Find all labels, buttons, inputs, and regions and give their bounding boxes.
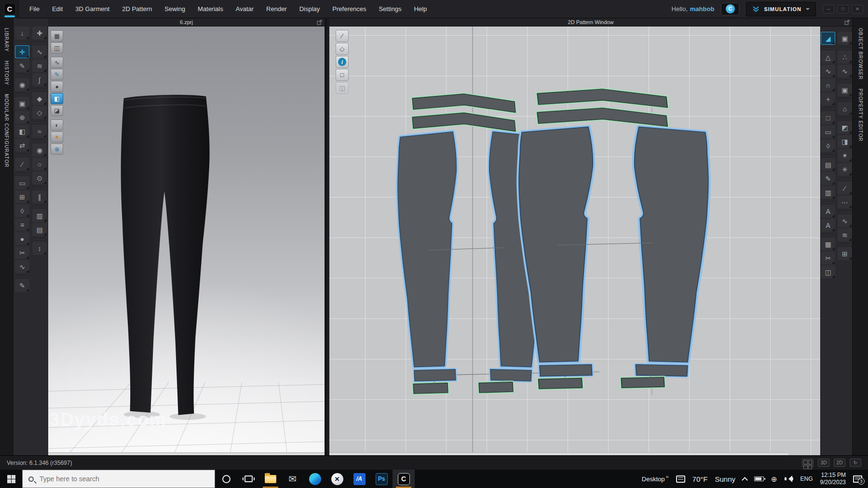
measure-segment-tool[interactable]: ∕ [838, 182, 852, 195]
buttonhole-tool[interactable]: ○ [32, 158, 47, 171]
segment-sewing-2d-tool[interactable]: ∿ [838, 65, 852, 78]
menu-materials[interactable]: Materials [191, 0, 230, 18]
show-base-pattern-toggle[interactable]: ◫ [336, 82, 349, 94]
clo3d-taskbar-button[interactable]: C [393, 470, 415, 488]
menu-preferences[interactable]: Preferences [326, 0, 372, 18]
photoshop-button[interactable]: Ps [370, 470, 393, 488]
sewing-fold-tool[interactable]: ◇ [32, 106, 47, 119]
sewing-machine-tool[interactable]: ▣ [15, 97, 29, 110]
internal-trace-tool[interactable]: ✎ [821, 172, 835, 185]
pleats-shirt-tool[interactable]: ◩ [838, 121, 852, 134]
arrange-points-tool[interactable]: ⊞ [15, 190, 29, 203]
show-internal-lines-toggle[interactable]: ∿ [51, 57, 63, 68]
weather-condition[interactable]: Sunny [715, 475, 735, 483]
menu-2d-pattern[interactable]: 2D Pattern [116, 0, 158, 18]
edit-round-corner-tool[interactable]: ∩ [821, 79, 835, 92]
minimize-button[interactable]: – [823, 5, 834, 13]
clock[interactable]: 12:15 PM 9/20/2023 [820, 472, 846, 486]
menu-avatar[interactable]: Avatar [230, 0, 260, 18]
grading-tool[interactable]: A [821, 219, 835, 232]
desktop-toolbar[interactable]: Desktop » [642, 475, 669, 483]
weather-temperature[interactable]: 70°F [692, 475, 708, 483]
cortana-button[interactable] [215, 470, 237, 488]
viewport-2d-header[interactable]: 2D Pattern Window [329, 18, 852, 26]
username[interactable]: mahbob [690, 5, 715, 13]
taskbar-search[interactable] [22, 470, 215, 488]
press-tool[interactable]: ≡ [15, 218, 29, 231]
rectangle-pattern-tool[interactable]: ▭ [821, 125, 835, 138]
edit-curvature-tool[interactable]: ∿ [821, 65, 835, 78]
shirring-tool[interactable]: ≋ [838, 228, 852, 241]
ease-measure-tool[interactable]: ↕ [32, 242, 47, 255]
polygon-pattern-tool[interactable]: □ [821, 111, 835, 124]
select-lasso-tool[interactable]: ✎ [15, 59, 29, 72]
show-silhouette-toggle[interactable]: ◇ [336, 43, 349, 55]
free-sewing-2d-tool[interactable]: ▣ [838, 83, 852, 96]
steam-brush-tool[interactable]: ≈ [32, 125, 47, 138]
weather-widget-icon[interactable] [676, 475, 685, 483]
search-input[interactable] [39, 475, 193, 483]
fit-avatar-tool[interactable]: ● [15, 232, 29, 245]
menu-file[interactable]: File [23, 0, 46, 18]
maximize-button[interactable]: □ [837, 5, 849, 13]
tab-history[interactable]: HISTORY [4, 61, 9, 85]
flatten-tool[interactable]: ▭ [15, 176, 29, 189]
avatar-tape-tool[interactable]: ◫ [821, 265, 835, 278]
modular-piece-tool[interactable]: ⊞ [838, 247, 852, 260]
tack-on-avatar-tool[interactable]: ⇄ [15, 139, 29, 152]
simulate-tool[interactable]: ↓ [15, 26, 29, 40]
xbox-button[interactable]: ✕ [326, 470, 348, 488]
edge-button[interactable] [304, 470, 326, 488]
scissors-curve-tool[interactable]: ✂ [15, 246, 29, 259]
flounce-tool[interactable]: ✶ [838, 149, 852, 162]
show-sewing-toggle[interactable]: ✎ [51, 69, 63, 80]
dart-tool[interactable]: ◊ [821, 139, 835, 152]
button-tool[interactable]: ◉ [32, 144, 47, 157]
sewing-machine-2d-tool[interactable]: ▣ [838, 32, 852, 45]
pattern-window-sync-toggle[interactable]: ◧ [51, 93, 63, 104]
menu-3d-garment[interactable]: 3D Garment [69, 0, 116, 18]
md-app-button[interactable]: /A [348, 470, 370, 488]
edit-sewing-2d-tool[interactable]: ∴ [838, 51, 852, 64]
garment-texture-view-toggle[interactable]: ▦ [51, 30, 63, 41]
fabric-drape-tool[interactable]: ◧ [15, 125, 29, 138]
pop-out-icon[interactable] [844, 20, 850, 25]
iron-press-tool[interactable]: ⌂ [838, 102, 852, 115]
select-garment-tool[interactable]: ◉ [15, 78, 29, 91]
hidden-icons-chevron[interactable] [742, 477, 748, 483]
canvas-2d-pattern[interactable]: ∕◇i□◫ [329, 26, 820, 455]
mesh-view-toggle[interactable]: ◪ [51, 105, 63, 116]
menu-display[interactable]: Display [293, 0, 326, 18]
add-point-split-tool[interactable]: + [821, 92, 835, 106]
battery-icon[interactable] [754, 476, 764, 481]
avatar-display-toggle[interactable]: ● [51, 81, 63, 92]
start-button[interactable] [0, 470, 22, 488]
baseline-grid-tool[interactable]: ▦ [821, 237, 835, 251]
edit-pattern-tool[interactable]: △ [821, 51, 835, 64]
stylus-pen-tool[interactable]: ✎ [15, 279, 29, 292]
edit-sewing-tool[interactable]: ∿ [32, 45, 47, 58]
clo-logo[interactable]: C [0, 0, 19, 18]
switch-3d-button[interactable]: 3D [818, 459, 829, 467]
pin-tool[interactable]: ⊕ [15, 111, 29, 124]
free-sewing-tool[interactable]: ∫ [32, 73, 47, 86]
zipper-tool[interactable]: ∥ [32, 190, 47, 203]
pleats-fold-tool[interactable]: ◨ [838, 135, 852, 148]
pattern-set-back[interactable] [519, 89, 708, 389]
transform-pattern-tool[interactable]: ◢ [821, 32, 835, 45]
tab-object-browser[interactable]: OBJECT BROWSER [858, 28, 863, 80]
network-icon[interactable]: ⊕ [771, 475, 777, 483]
avatar-walk-tool[interactable]: ✚ [32, 26, 47, 40]
tab-library[interactable]: LIBRARY [4, 28, 9, 52]
leggings-garment-3d[interactable] [121, 95, 210, 415]
needle-tool[interactable]: ∕ [15, 158, 29, 171]
show-sewing-2d-toggle[interactable]: ∕ [336, 30, 349, 42]
cloud-account-button[interactable]: C [721, 3, 739, 15]
language-switcher[interactable]: ENG [800, 475, 813, 482]
menu-settings[interactable]: Settings [372, 0, 407, 18]
render-light-toggle[interactable]: ☀ [51, 132, 63, 143]
task-view-button[interactable] [237, 470, 259, 488]
fabric-roll-tool[interactable]: ▥ [32, 209, 47, 222]
garment-thickness-view-toggle[interactable]: ◫ [51, 42, 63, 53]
menu-help[interactable]: Help [407, 0, 433, 18]
